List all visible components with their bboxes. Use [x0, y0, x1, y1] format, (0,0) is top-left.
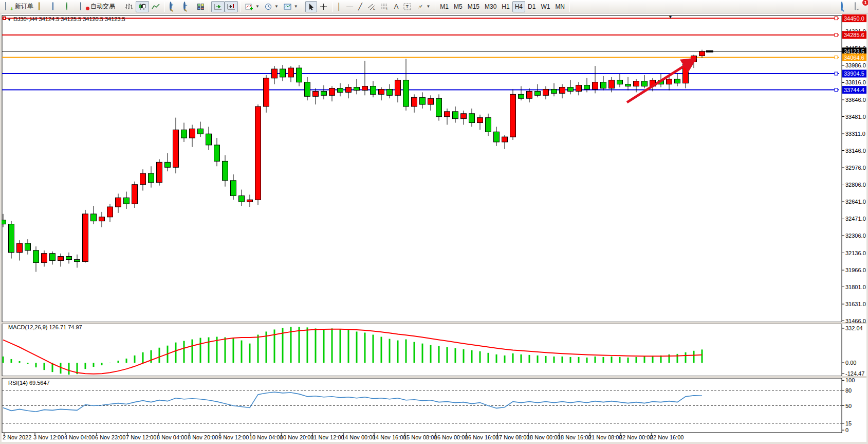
trendline-button[interactable]: ╱	[356, 1, 365, 12]
toolbar-separator	[164, 2, 165, 12]
candle	[362, 86, 368, 91]
pane-separator[interactable]	[0, 376, 866, 378]
indicators-icon	[245, 3, 253, 10]
auto-scroll-icon	[214, 3, 222, 10]
candle	[247, 200, 253, 202]
vertical-line-icon: │	[337, 3, 341, 10]
text-button[interactable]: A	[392, 1, 401, 12]
notifications-button[interactable]: 1	[852, 1, 866, 12]
line-endpoint-marker[interactable]	[835, 72, 838, 75]
chart-shift-button[interactable]	[225, 1, 238, 12]
candle	[58, 257, 64, 261]
indicators-button[interactable]: ▼	[243, 1, 262, 12]
candle	[116, 198, 121, 207]
candle	[354, 87, 360, 91]
line-endpoint-marker[interactable]	[835, 88, 838, 92]
price-badge-label: 34064.6	[844, 55, 864, 61]
candle	[568, 87, 574, 92]
timeframe-button-D1[interactable]: D1	[525, 1, 538, 12]
candle	[650, 80, 656, 86]
tile-windows-button[interactable]	[195, 1, 207, 12]
timeframe-button-H1[interactable]: H1	[499, 1, 512, 12]
timeframe-button-M5[interactable]: M5	[451, 1, 465, 12]
time-axis-label: 9 Nov 12:00	[218, 434, 249, 440]
new-order-icon: +	[5, 3, 13, 10]
dropdown-caret-icon: ▼	[255, 4, 260, 9]
time-axis-label: 7 Nov 12:00	[126, 434, 156, 440]
window-edge	[0, 14, 2, 444]
price-badge	[842, 70, 868, 78]
candle	[149, 173, 154, 183]
timeframe-button-W1[interactable]: W1	[538, 1, 552, 12]
fibonacci-icon: F	[381, 3, 389, 10]
zoom-in-button[interactable]: +	[167, 1, 181, 12]
horizontal-line-button[interactable]: —	[344, 1, 356, 12]
timeframe-button-M30[interactable]: M30	[482, 1, 499, 12]
bar-chart-button[interactable]	[122, 1, 136, 12]
templates-button[interactable]: ▼	[281, 1, 301, 12]
timeframe-button-M15[interactable]: M15	[465, 1, 482, 12]
text-label-icon: T	[403, 3, 411, 10]
candle	[264, 78, 269, 106]
zoom-out-button[interactable]: −	[181, 1, 195, 12]
symbol-dropdown-icon[interactable]: ▼	[7, 17, 11, 22]
timeframe-button-MN[interactable]: MN	[552, 1, 567, 12]
autotrading-button[interactable]: 自动交易	[78, 1, 118, 12]
price-tick-label: 32641.0	[845, 199, 866, 205]
search-button[interactable]	[838, 1, 852, 12]
candlestick-icon	[138, 3, 146, 10]
candle	[25, 243, 31, 251]
channel-button[interactable]: E	[365, 1, 378, 12]
candle	[510, 94, 516, 137]
timeframe-button-H4[interactable]: H4	[512, 1, 525, 12]
candle	[699, 51, 705, 56]
trend-arrow-annotation[interactable]	[627, 59, 695, 102]
crosshair-button[interactable]	[317, 1, 330, 12]
candle	[313, 91, 319, 96]
time-axis-label: 18 Nov 16:00	[558, 434, 591, 440]
price-tick-label: 32806.0	[845, 182, 866, 188]
candle	[272, 69, 278, 78]
candlestick-chart-button[interactable]	[136, 1, 149, 12]
toolbar-separator	[120, 2, 120, 12]
auto-scroll-button[interactable]	[211, 1, 225, 12]
timeframe-button-M1[interactable]: M1	[437, 1, 451, 12]
fibonacci-button[interactable]: F	[378, 1, 392, 12]
price-badge	[842, 47, 868, 55]
pane-frame	[2, 324, 842, 376]
candle	[157, 162, 162, 182]
candle	[519, 94, 524, 98]
bar-chart-icon	[125, 3, 133, 10]
periods-button[interactable]: ▼	[262, 1, 281, 12]
window-edge	[0, 442, 868, 444]
line-endpoint-marker[interactable]	[835, 56, 838, 59]
time-axis-label: 6 Nov 23:00	[95, 434, 125, 440]
pane-separator[interactable]	[0, 322, 866, 324]
line-endpoint-marker[interactable]	[835, 33, 838, 37]
candle	[346, 87, 352, 93]
market-watch-button[interactable]	[50, 1, 64, 12]
charts-profile-button[interactable]	[36, 1, 50, 12]
profile-icon	[39, 3, 47, 10]
chart-shift-marker-icon[interactable]: ▼	[668, 14, 673, 20]
rsi-line	[3, 392, 702, 412]
cursor-button[interactable]	[305, 1, 317, 12]
price-tick-label: 33986.0	[845, 62, 866, 68]
candle	[288, 68, 294, 77]
notification-badge: 1	[862, 0, 868, 6]
price-badge-label: 34450.0	[844, 15, 864, 22]
candle	[675, 79, 680, 83]
new-order-button[interactable]: + 新订单	[2, 1, 36, 12]
price-badge	[842, 54, 868, 61]
candle	[461, 114, 467, 119]
navigator-button[interactable]	[64, 1, 78, 12]
svg-text:E: E	[373, 7, 375, 10]
arrows-button[interactable]: ▼	[414, 1, 433, 12]
line-endpoint-marker[interactable]	[835, 17, 838, 20]
vertical-line-button[interactable]: │	[335, 1, 344, 12]
text-label-button[interactable]: T	[401, 1, 414, 12]
line-chart-button[interactable]	[149, 1, 162, 12]
candle	[214, 145, 220, 162]
toolbar-separator	[332, 2, 333, 12]
object-anchor-marker[interactable]	[3, 16, 6, 20]
